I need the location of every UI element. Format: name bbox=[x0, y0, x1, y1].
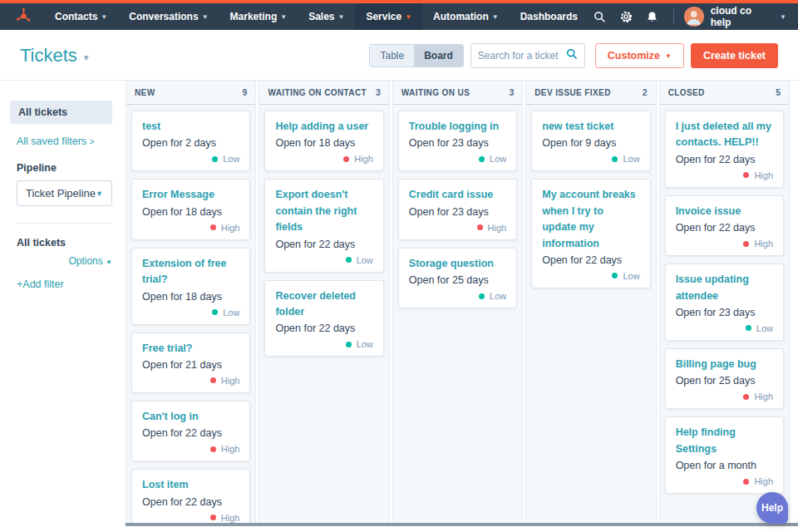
ticket-priority: High bbox=[142, 513, 239, 523]
ticket-priority: High bbox=[275, 154, 372, 164]
pipeline-select[interactable]: Ticket Pipeline ▼ bbox=[17, 180, 112, 206]
customize-button[interactable]: Customize ▼ bbox=[595, 43, 684, 68]
ticket-title-link[interactable]: Invoice issue bbox=[676, 204, 773, 219]
board-view-button[interactable]: Board bbox=[414, 45, 463, 66]
ticket-card[interactable]: Extension of free trial? Open for 18 day… bbox=[131, 248, 250, 325]
ticket-title-link[interactable]: I just deleted all my contacts. HELP!! bbox=[676, 119, 773, 151]
column-name: NEW bbox=[135, 88, 155, 97]
ticket-title-link[interactable]: Free trial? bbox=[142, 341, 239, 357]
ticket-search-input[interactable] bbox=[478, 50, 566, 62]
hubspot-sprocket-icon bbox=[15, 7, 32, 27]
chevron-down-icon: ▼ bbox=[101, 13, 107, 21]
topbar-utilities: cloud co help ▼ bbox=[589, 3, 798, 30]
nav-item-automation[interactable]: Automation ▼ bbox=[422, 3, 510, 30]
ticket-age: Open for 2 days bbox=[142, 137, 239, 149]
ticket-card[interactable]: Help finding Settings Open for a month H… bbox=[665, 416, 784, 494]
ticket-card[interactable]: new test ticket Open for 9 days Low bbox=[531, 111, 650, 171]
ticket-card[interactable]: Invoice issue Open for 22 days High bbox=[665, 195, 784, 256]
ticket-title-link[interactable]: Issue updating attendee bbox=[676, 272, 773, 304]
ticket-card[interactable]: Free trial? Open for 21 days High bbox=[131, 332, 250, 393]
ticket-title-link[interactable]: Help finding Settings bbox=[676, 425, 773, 457]
options-dropdown[interactable]: Options ▼ bbox=[17, 255, 112, 267]
ticket-card[interactable]: My account breaks when I try to update m… bbox=[531, 179, 650, 288]
nav-item-conversations[interactable]: Conversations ▼ bbox=[118, 3, 219, 30]
nav-item-service[interactable]: Service ▼ bbox=[355, 3, 422, 30]
ticket-card[interactable]: Storage question Open for 25 days Low bbox=[398, 248, 517, 308]
ticket-title-link[interactable]: My account breaks when I try to update m… bbox=[542, 187, 639, 252]
horizontal-scrollbar[interactable] bbox=[126, 523, 798, 526]
ticket-card[interactable]: Credit card issue Open for 23 days High bbox=[398, 179, 517, 239]
ticket-priority: Low bbox=[542, 271, 639, 281]
ticket-title-link[interactable]: test bbox=[142, 119, 239, 135]
nav-item-dashboards[interactable]: Dashboards bbox=[510, 3, 589, 30]
ticket-title-link[interactable]: Billing page bug bbox=[676, 357, 773, 372]
search-icon[interactable] bbox=[589, 5, 611, 28]
priority-dot-icon bbox=[743, 172, 749, 178]
ticket-card[interactable]: I just deleted all my contacts. HELP!! O… bbox=[665, 111, 784, 188]
ticket-card[interactable]: Lost item Open for 22 days High bbox=[131, 469, 250, 526]
ticket-title-link[interactable]: Export doesn't contain the right fields bbox=[275, 187, 372, 235]
priority-label: Low bbox=[623, 271, 639, 281]
notifications-bell-icon[interactable] bbox=[641, 5, 663, 28]
pipeline-column: WAITING ON CONTACT 3 Help adding a user … bbox=[259, 81, 389, 526]
ticket-title-link[interactable]: Lost item bbox=[142, 477, 239, 493]
ticket-card[interactable]: Recover deleted folder Open for 22 days … bbox=[264, 280, 383, 357]
ticket-title-link[interactable]: Storage question bbox=[409, 256, 506, 272]
ticket-age: Open for 25 days bbox=[676, 375, 773, 387]
ticket-title-link[interactable]: new test ticket bbox=[542, 119, 639, 135]
column-count: 3 bbox=[376, 87, 381, 97]
content-area: All tickets All saved filters > Pipeline… bbox=[0, 81, 798, 526]
add-filter-button[interactable]: +Add filter bbox=[17, 278, 112, 290]
account-menu[interactable]: cloud co help ▼ bbox=[684, 5, 786, 28]
help-button[interactable]: Help bbox=[756, 492, 788, 524]
ticket-card[interactable]: Issue updating attendee Open for 23 days… bbox=[665, 264, 784, 341]
create-ticket-button[interactable]: Create ticket bbox=[691, 43, 778, 68]
sidebar-item-all-tickets[interactable]: All tickets bbox=[10, 101, 112, 124]
settings-gear-icon[interactable] bbox=[614, 5, 637, 28]
priority-label: High bbox=[754, 476, 773, 486]
ticket-age: Open for 25 days bbox=[409, 274, 506, 286]
ticket-search bbox=[470, 43, 585, 68]
priority-label: Low bbox=[223, 308, 239, 318]
nav-item-contacts[interactable]: Contacts ▼ bbox=[44, 3, 118, 30]
header-controls: Table Board Customize ▼ Create ticket bbox=[369, 43, 778, 68]
ticket-card[interactable]: Export doesn't contain the right fields … bbox=[264, 179, 383, 272]
page-title[interactable]: Tickets ▼ bbox=[20, 45, 91, 66]
ticket-priority: High bbox=[676, 170, 773, 180]
search-icon[interactable] bbox=[566, 48, 578, 63]
ticket-title-link[interactable]: Error Message bbox=[142, 187, 239, 203]
ticket-title-link[interactable]: Can't log in bbox=[142, 409, 239, 425]
ticket-priority: Low bbox=[275, 339, 372, 349]
priority-dot-icon bbox=[343, 156, 349, 162]
column-header: CLOSED 5 bbox=[660, 81, 789, 105]
ticket-age: Open for 22 days bbox=[275, 323, 372, 334]
ticket-title-link[interactable]: Trouble logging in bbox=[409, 119, 506, 135]
column-name: CLOSED bbox=[668, 88, 705, 97]
ticket-title-link[interactable]: Help adding a user bbox=[275, 119, 372, 135]
ticket-card[interactable]: Error Message Open for 18 days High bbox=[131, 179, 250, 239]
topbar-divider bbox=[673, 9, 674, 24]
chevron-down-icon: ▼ bbox=[202, 13, 209, 21]
ticket-priority: High bbox=[676, 392, 773, 401]
priority-label: High bbox=[221, 223, 240, 233]
nav-item-marketing[interactable]: Marketing ▼ bbox=[219, 3, 298, 30]
all-saved-filters-link[interactable]: All saved filters > bbox=[17, 135, 112, 147]
ticket-card[interactable]: Trouble logging in Open for 23 days Low bbox=[398, 111, 517, 171]
priority-label: Low bbox=[357, 339, 373, 349]
priority-label: Low bbox=[223, 154, 239, 164]
priority-dot-icon bbox=[212, 156, 218, 162]
nav-item-sales[interactable]: Sales ▼ bbox=[298, 3, 355, 30]
ticket-priority: Low bbox=[409, 291, 506, 301]
ticket-title-link[interactable]: Extension of free trial? bbox=[142, 256, 239, 288]
hubspot-logo[interactable] bbox=[0, 3, 44, 30]
ticket-title-link[interactable]: Credit card issue bbox=[409, 187, 506, 203]
table-view-button[interactable]: Table bbox=[370, 45, 414, 66]
ticket-priority: Low bbox=[142, 154, 239, 164]
ticket-card[interactable]: test Open for 2 days Low bbox=[131, 111, 250, 171]
chevron-down-icon: ▼ bbox=[82, 53, 91, 62]
ticket-card[interactable]: Can't log in Open for 22 days High bbox=[131, 401, 250, 461]
ticket-card[interactable]: Billing page bug Open for 25 days High bbox=[665, 348, 784, 409]
main-menu: Contacts ▼ Conversations ▼ Marketing ▼ S… bbox=[44, 3, 589, 30]
ticket-card[interactable]: Help adding a user Open for 18 days High bbox=[264, 111, 383, 171]
ticket-title-link[interactable]: Recover deleted folder bbox=[275, 288, 372, 321]
